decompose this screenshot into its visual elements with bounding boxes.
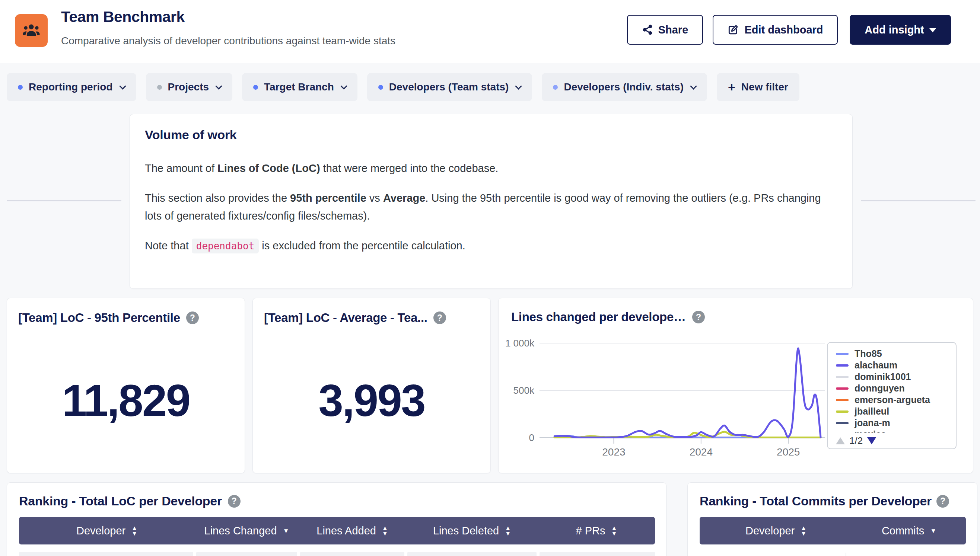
edit-pencil-icon (727, 24, 739, 36)
column-header-developer[interactable]: Developer (19, 517, 195, 545)
ranking-commits-more-options-button[interactable] (961, 495, 970, 510)
svg-text:500k: 500k (513, 385, 535, 396)
table-row (19, 552, 655, 556)
help-icon[interactable] (433, 312, 446, 324)
svg-text:2024: 2024 (690, 446, 713, 458)
legend-item-dominik1001[interactable]: dominik1001 (836, 371, 956, 383)
legend-page-down-icon[interactable] (867, 437, 876, 444)
share-button-label: Share (658, 24, 688, 36)
legend-item-jbailleul[interactable]: jbailleul (836, 406, 956, 417)
svg-text:0: 0 (529, 432, 534, 443)
filter-developers-indiv-stats[interactable]: Developers (Indiv. stats) (542, 73, 707, 101)
legend-item-emerson-argueta[interactable]: emerson-argueta (836, 394, 956, 406)
sort-icon[interactable] (131, 525, 138, 536)
legend-label: jbailleul (855, 406, 889, 417)
column-header-lines-changed[interactable]: Lines Changed (195, 517, 299, 545)
column-header-developer[interactable]: Developer (700, 517, 852, 545)
chevron-down-icon (929, 28, 936, 32)
legend-item-joana-m[interactable]: joana-m (836, 417, 956, 429)
help-icon[interactable] (936, 495, 949, 508)
ranking-loc-card: Ranking - Total LoC per Developer Develo… (7, 482, 666, 556)
help-icon[interactable] (692, 311, 705, 323)
help-icon[interactable] (228, 495, 241, 508)
legend-page-indicator: 1/2 (849, 435, 863, 446)
sort-desc-icon[interactable] (930, 528, 936, 534)
legend-swatch-icon (836, 422, 849, 424)
sort-icon[interactable] (800, 525, 807, 536)
column-header-lines-deleted[interactable]: Lines Deleted (406, 517, 538, 545)
add-insight-button[interactable]: Add insight (850, 15, 951, 45)
legend-swatch-icon (836, 376, 849, 378)
legend-item-Tho85[interactable]: Tho85 (836, 348, 956, 359)
edit-dashboard-button[interactable]: Edit dashboard (713, 15, 838, 45)
series-line-alachaum (554, 348, 821, 438)
ranking-loc-more-options-button[interactable] (651, 495, 659, 510)
section-divider (7, 200, 121, 201)
table-row[interactable]: tomazerneur 260 (700, 545, 966, 556)
column-header-commits[interactable]: Commits (852, 517, 966, 545)
volume-paragraph-3: Note that dependabot is excluded from th… (145, 237, 834, 255)
filter-dot-icon (18, 85, 23, 90)
filter-developers-team-stats[interactable]: Developers (Team stats) (367, 73, 533, 101)
volume-card-title: Volume of work (145, 128, 837, 142)
share-button[interactable]: Share (627, 15, 703, 45)
page-title: Team Benchmark (61, 8, 185, 26)
stat-card-title: [Team] LoC - 95th Percentile (18, 311, 180, 325)
legend-page-up-icon[interactable] (836, 437, 845, 444)
legend-label: maxica (855, 429, 886, 433)
stat-card-more-options-button[interactable] (229, 313, 238, 328)
stat-value: 11,829 (7, 354, 245, 447)
svg-text:2023: 2023 (602, 446, 625, 458)
lines-changed-line-chart: 1 000k500k0202320242025 (502, 331, 837, 461)
sort-icon[interactable] (611, 525, 617, 536)
dependabot-code-chip: dependabot (192, 239, 259, 254)
stat-card-loc-95th-percentile: [Team] LoC - 95th Percentile 11,829 (7, 298, 245, 474)
filter-label: Reporting period (29, 81, 113, 93)
edit-dashboard-button-label: Edit dashboard (744, 24, 823, 36)
plus-icon (728, 81, 735, 94)
new-filter-button[interactable]: New filter (717, 73, 799, 101)
legend-item-alachaum[interactable]: alachaum (836, 359, 956, 371)
chart-card-more-options-button[interactable] (956, 313, 965, 328)
ranking-loc-title: Ranking - Total LoC per Developer (19, 494, 222, 508)
sort-icon[interactable] (382, 525, 388, 536)
volume-paragraph-1: The amount of Lines of Code (LoC) that w… (145, 159, 834, 177)
stat-value: 3,993 (253, 354, 490, 447)
svg-text:1 000k: 1 000k (505, 338, 535, 349)
share-icon (642, 24, 653, 36)
sort-desc-icon[interactable] (283, 528, 289, 534)
volume-card-more-options-button[interactable] (833, 131, 842, 145)
chevron-down-icon (690, 82, 697, 89)
sort-icon[interactable] (505, 525, 511, 536)
filter-label: Developers (Indiv. stats) (564, 81, 684, 93)
chevron-down-icon (515, 82, 522, 89)
ranking-commits-card: Ranking - Total Commits per Developer De… (687, 482, 977, 556)
stat-card-loc-average: [Team] LoC - Average - Tea... 3,993 (253, 298, 491, 474)
page-subtitle: Comparative analysis of developer contri… (61, 35, 395, 47)
legend-label: emerson-argueta (855, 394, 930, 405)
chart-legend: Tho85alachaumdominik1001donnguyenemerson… (827, 342, 957, 449)
column-header-lines-added[interactable]: Lines Added (299, 517, 406, 545)
filter-label: Projects (168, 81, 209, 93)
legend-swatch-icon (836, 411, 849, 413)
column-header-prs[interactable]: # PRs (538, 517, 655, 545)
help-icon[interactable] (186, 312, 199, 324)
legend-swatch-icon (836, 399, 849, 401)
legend-swatch-icon (836, 388, 849, 390)
section-divider (861, 200, 975, 201)
ranking-commits-table-header: Developer Commits (700, 517, 966, 545)
filter-reporting-period[interactable]: Reporting period (7, 73, 136, 101)
add-insight-button-label: Add insight (865, 24, 924, 36)
filter-target-branch[interactable]: Target Branch (242, 73, 358, 101)
legend-label: joana-m (855, 417, 890, 428)
filter-projects[interactable]: Projects (146, 73, 233, 101)
legend-item-donnguyen[interactable]: donnguyen (836, 383, 956, 394)
chevron-down-icon (340, 82, 347, 89)
legend-label: donnguyen (855, 383, 905, 394)
lines-changed-chart-card: Lines changed per developer over time 1 … (498, 298, 973, 474)
filter-bar: Reporting period Projects Target Branch … (7, 73, 799, 101)
header-more-options-button[interactable] (964, 23, 973, 38)
ranking-loc-table-header: Developer Lines Changed Lines Added Line… (19, 517, 655, 545)
legend-item-maxica[interactable]: maxica (836, 429, 956, 433)
stat-card-more-options-button[interactable] (475, 313, 484, 328)
